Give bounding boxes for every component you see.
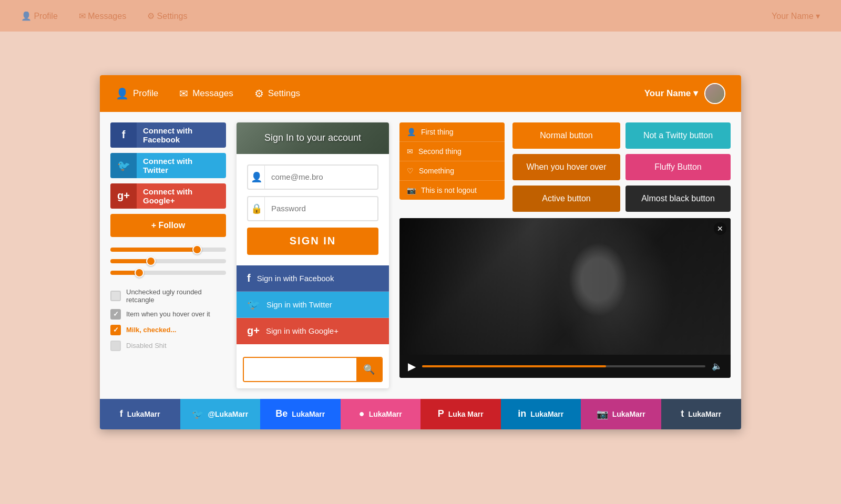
slider-3[interactable] [110, 271, 226, 275]
email-icon: 👤 [248, 166, 265, 189]
social-footer-pinterest[interactable]: P Luka Marr [420, 399, 501, 429]
slider-1-thumb[interactable] [192, 245, 202, 254]
profile-icon: 👤 [116, 87, 129, 100]
dropdown-camera-icon: 📷 [407, 186, 416, 194]
volume-icon[interactable]: 🔈 [712, 361, 722, 371]
header-username[interactable]: Your Name ▾ [644, 88, 698, 99]
twitter-icon: 🐦 [110, 153, 137, 178]
googleplus-connect-button[interactable]: g+ Connect with Google+ [110, 183, 226, 209]
facebook-connect-label: Connect with Facebook [137, 126, 226, 144]
email-input-wrap: 👤 [247, 164, 378, 190]
checkbox-unchecked-box[interactable] [110, 291, 121, 301]
main-card: 👤 Profile ✉ Messages ⚙ Settings Your Nam… [100, 75, 741, 429]
slider-2[interactable] [110, 259, 226, 263]
signin-header: Sign In to your account [237, 122, 389, 154]
normal-button[interactable]: Normal button [512, 122, 620, 149]
active-button[interactable]: Active button [512, 186, 620, 212]
slider-1[interactable] [110, 248, 226, 252]
footer-fb-icon: f [120, 408, 123, 419]
dropdown-menu: 👤 First thing ✉ Second thing ♡ Something… [399, 122, 505, 200]
social-footer-instagram[interactable]: 📷 LukaMarr [581, 399, 661, 429]
progress-bar[interactable] [422, 365, 705, 367]
password-input[interactable] [265, 204, 377, 213]
checkbox-hover[interactable]: ✓ Item when you hover over it [110, 309, 226, 320]
nav-profile[interactable]: 👤 Profile [116, 87, 158, 100]
googleplus-icon: g+ [110, 183, 137, 209]
email-input[interactable] [265, 172, 377, 181]
dropdown-item-logout[interactable]: 📷 This is not logout [399, 181, 505, 200]
footer-dr-icon: ● [359, 408, 365, 419]
footer-li-icon: in [518, 408, 526, 419]
dropdown-item-first[interactable]: 👤 First thing [399, 122, 505, 142]
slider-1-fill [110, 248, 197, 252]
settings-icon: ⚙ [254, 87, 264, 100]
content-area: f Connect with Facebook 🐦 Connect with T… [100, 112, 741, 399]
checkbox-disabled: Disabled Shit [110, 341, 226, 351]
footer-tw-icon: 🐦 [192, 408, 203, 420]
social-footer-tumblr[interactable]: t LukaMarr [661, 399, 742, 429]
video-preview: ✕ [399, 218, 731, 355]
nav-messages-label: Messages [192, 88, 233, 99]
checkbox-checked-box[interactable]: ✓ [110, 325, 121, 335]
nav-settings-label: Settings [268, 88, 300, 99]
social-footer-behance[interactable]: Be LukaMarr [260, 399, 341, 429]
checkbox-unchecked-label: Unchecked ugly rounded retcangle [126, 288, 226, 304]
follow-button[interactable]: + Follow [110, 214, 226, 237]
search-input[interactable] [244, 358, 356, 381]
search-row: 🔍 [243, 357, 383, 382]
slider-2-thumb[interactable] [146, 256, 156, 266]
nav-settings[interactable]: ⚙ Settings [254, 87, 300, 100]
play-button[interactable]: ▶ [408, 360, 416, 373]
twitty-button[interactable]: Not a Twitty button [625, 122, 731, 149]
bg-settings: ⚙ Settings [147, 11, 187, 21]
footer-ig-label: LukaMarr [612, 410, 645, 418]
social-footer-twitter[interactable]: 🐦 @LukaMarr [180, 399, 261, 429]
signin-button[interactable]: SIGN IN [247, 228, 378, 255]
footer-tw-label: @LukaMarr [208, 410, 248, 418]
video-close-button[interactable]: ✕ [714, 222, 726, 235]
buttons-area: Normal button Not a Twitty button 👤 Firs… [399, 122, 731, 212]
signin-googleplus-button[interactable]: g+ Sign in with Google+ [237, 318, 389, 344]
dropdown-item-second[interactable]: ✉ Second thing [399, 142, 505, 161]
facebook-connect-button[interactable]: f Connect with Facebook [110, 122, 226, 148]
twitter-connect-button[interactable]: 🐦 Connect with Twitter [110, 153, 226, 178]
fluffy-button[interactable]: Fluffy Button [625, 154, 731, 180]
checkbox-unchecked[interactable]: Unchecked ugly rounded retcangle [110, 288, 226, 304]
right-column: Normal button Not a Twitty button 👤 Firs… [399, 122, 731, 388]
social-footer-facebook[interactable]: f LukaMarr [100, 399, 180, 429]
dropdown-item-something[interactable]: ♡ Something [399, 161, 505, 181]
left-column: f Connect with Facebook 🐦 Connect with T… [110, 122, 226, 388]
slider-3-thumb[interactable] [135, 268, 144, 277]
bg-profile: 👤 Profile [21, 11, 58, 21]
checkbox-checked-check: ✓ [113, 326, 119, 334]
social-footer-dribbble[interactable]: ● LukaMarr [341, 399, 421, 429]
signin-googleplus-label: Sign in with Google+ [266, 326, 339, 335]
checkbox-checked[interactable]: ✓ Milk, checked... [110, 325, 226, 335]
search-section: 🔍 [237, 344, 389, 388]
signin-header-text: Sign In to your account [264, 132, 361, 143]
checkbox-hover-box[interactable]: ✓ [110, 309, 121, 320]
almost-black-button[interactable]: Almost black button [625, 186, 731, 212]
signin-twitter-label: Sign in with Twitter [266, 300, 332, 309]
search-button[interactable]: 🔍 [356, 358, 382, 381]
footer-be-label: LukaMarr [292, 410, 325, 418]
hover-button[interactable]: When you hover over [512, 154, 620, 180]
header-right: Your Name ▾ [644, 83, 725, 104]
avatar-image [705, 84, 724, 103]
signin-facebook-button[interactable]: f Sign in with Facebook [237, 265, 389, 292]
dropdown-profile-icon: 👤 [407, 128, 416, 136]
video-controls: ▶ 🔈 [399, 355, 731, 378]
footer-tu-icon: t [681, 408, 684, 419]
checkbox-checked-label: Milk, checked... [126, 326, 176, 334]
social-footer: f LukaMarr 🐦 @LukaMarr Be LukaMarr ● Luk… [100, 399, 741, 429]
footer-ig-icon: 📷 [597, 408, 608, 420]
search-icon: 🔍 [363, 364, 375, 375]
signin-facebook-icon: f [247, 272, 251, 284]
bg-navbar: 👤 Profile ✉ Messages ⚙ Settings Your Nam… [0, 0, 841, 32]
social-footer-linkedin[interactable]: in LukaMarr [501, 399, 581, 429]
video-player: ✕ ▶ 🔈 [399, 218, 731, 378]
slider-2-fill [110, 259, 151, 263]
nav-messages[interactable]: ✉ Messages [179, 87, 233, 100]
signin-twitter-button[interactable]: 🐦 Sign in with Twitter [237, 292, 389, 318]
checkbox-hover-label: Item when you hover over it [126, 310, 210, 318]
